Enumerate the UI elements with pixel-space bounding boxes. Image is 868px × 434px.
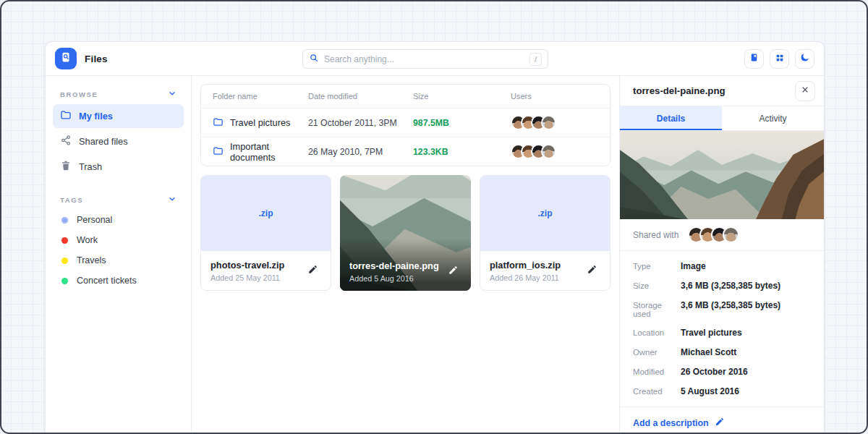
dark-mode-button[interactable] <box>795 49 814 69</box>
search-icon <box>309 53 319 66</box>
date-modified: 26 May 2010, 7PM <box>308 147 413 157</box>
rename-button[interactable] <box>584 261 600 280</box>
tag-dot-icon <box>61 258 68 264</box>
meta-value: 26 October 2016 <box>681 367 748 377</box>
app-title: Files <box>85 54 108 64</box>
header-actions <box>744 49 814 69</box>
app-logo[interactable] <box>55 48 77 69</box>
meta-label: Storage used <box>633 301 681 318</box>
search-shortcut-badge: / <box>529 53 542 66</box>
sidebar-item-label: Shared files <box>79 136 128 147</box>
file-search-icon <box>59 51 72 67</box>
shared-with-label: Shared with <box>633 230 678 240</box>
tags-section-header: TAGS <box>53 190 184 210</box>
file-added-date: Added 26 May 2011 <box>490 273 561 282</box>
avatar-group <box>511 115 598 130</box>
file-card-photos-travel[interactable]: .zip photos-travel.zip Added 25 May 2011 <box>200 175 331 291</box>
zip-badge: .zip <box>259 208 273 218</box>
panel-tabs: Details Activity <box>620 106 824 131</box>
chevron-down-icon[interactable] <box>168 89 176 99</box>
pencil-icon <box>448 265 459 278</box>
image-preview <box>620 131 824 219</box>
sidebar-item-label: My files <box>79 111 113 122</box>
tag-travels[interactable]: Travels <box>53 250 184 271</box>
column-header-folder-name: Folder name <box>213 92 308 101</box>
sidebar-item-trash[interactable]: Trash <box>53 155 184 179</box>
meta-value: 3,6 MB (3,258,385 bytes) <box>681 281 780 291</box>
app-body: BROWSE My files <box>46 76 824 434</box>
tag-work[interactable]: Work <box>53 230 184 250</box>
tag-concert-tickets[interactable]: Concert tickets <box>53 271 184 291</box>
pencil-icon <box>587 264 597 277</box>
meta-row-location: Location Travel pictures <box>633 323 811 342</box>
meta-label: Type <box>633 262 681 271</box>
avatar <box>723 226 739 243</box>
notebook-button[interactable] <box>744 49 764 69</box>
file-name: torres-del-paine.png <box>349 260 439 271</box>
avatar-group <box>511 144 598 159</box>
meta-label: Owner <box>633 348 681 357</box>
trash-icon <box>60 160 72 174</box>
date-modified: 21 October 2011, 3PM <box>308 118 413 128</box>
meta-row-type: Type Image <box>633 256 811 276</box>
browse-section-header: BROWSE <box>53 85 184 104</box>
search-bar: / <box>302 49 548 69</box>
sidebar-item-my-files[interactable]: My files <box>53 104 184 128</box>
folder-icon <box>213 145 224 158</box>
meta-label: Created <box>633 387 681 396</box>
tab-details[interactable]: Details <box>620 106 722 130</box>
table-row[interactable]: Important documents 26 May 2010, 7PM 123… <box>201 137 610 166</box>
tag-label: Work <box>77 235 98 245</box>
tag-label: Concert tickets <box>77 276 137 286</box>
table-header-row: Folder name Date modified Size Users <box>201 85 610 108</box>
avatar-group <box>688 226 739 243</box>
grid-view-button[interactable] <box>770 49 789 69</box>
zip-preview: .zip <box>480 176 610 251</box>
add-description-label: Add a description <box>633 418 709 428</box>
add-description-button[interactable]: Add a description <box>620 407 824 434</box>
sidebar-item-shared-files[interactable]: Shared files <box>53 129 184 153</box>
folder-size: 987.5MB <box>413 118 511 128</box>
close-panel-button[interactable] <box>795 81 815 101</box>
tag-personal[interactable]: Personal <box>53 210 184 230</box>
zip-preview: .zip <box>201 176 331 251</box>
meta-value: Image <box>681 261 706 271</box>
rename-button[interactable] <box>445 262 461 281</box>
table-row[interactable]: Travel pictures 21 October 2011, 3PM 987… <box>201 108 610 137</box>
tag-label: Travels <box>77 255 106 265</box>
grid-icon <box>775 53 785 65</box>
browse-label: BROWSE <box>60 90 98 98</box>
tag-dot-icon <box>61 278 68 284</box>
sidebar: BROWSE My files <box>46 76 192 434</box>
column-header-users: Users <box>511 92 598 101</box>
tab-activity[interactable]: Activity <box>722 106 824 130</box>
file-card-torres-del-paine[interactable]: torres-del-paine.png Added 5 Aug 2016 <box>340 175 471 291</box>
avatar <box>541 115 556 130</box>
folder-name: Travel pictures <box>230 117 290 128</box>
folder-icon <box>213 116 224 129</box>
tag-label: Personal <box>77 215 112 225</box>
metadata-list: Type Image Size 3,6 MB (3,258,385 bytes)… <box>620 251 824 407</box>
meta-label: Location <box>633 328 681 337</box>
sidebar-item-label: Trash <box>79 161 102 172</box>
file-added-date: Added 5 Aug 2016 <box>349 274 439 283</box>
chevron-down-icon[interactable] <box>168 195 176 205</box>
app-header: Files / <box>46 42 824 76</box>
search-input[interactable] <box>324 54 524 64</box>
card-footer: torres-del-paine.png Added 5 Aug 2016 <box>340 252 471 291</box>
file-card-platform-ios[interactable]: .zip platform_ios.zip Added 26 May 2011 <box>480 175 610 291</box>
panel-title-row: torres-del-paine.png <box>620 76 824 106</box>
folder-icon <box>60 109 72 123</box>
notebook-icon <box>749 52 760 65</box>
meta-row-owner: Owner Michael Scott <box>633 342 811 362</box>
files-app-window: Files / <box>45 41 825 434</box>
shared-with-row: Shared with <box>620 219 824 251</box>
tags-label: TAGS <box>60 196 83 204</box>
rename-button[interactable] <box>305 261 321 280</box>
tags-section: TAGS Personal Work Travels <box>53 190 184 291</box>
card-footer: platform_ios.zip Added 26 May 2011 <box>480 251 610 290</box>
file-cards: .zip photos-travel.zip Added 25 May 2011 <box>200 175 610 291</box>
file-added-date: Added 25 May 2011 <box>210 273 284 282</box>
zip-badge: .zip <box>538 208 553 218</box>
folder-size: 123.3KB <box>413 147 511 157</box>
